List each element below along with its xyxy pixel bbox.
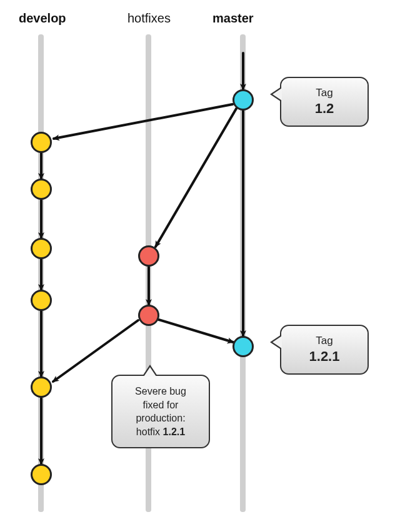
commit-node bbox=[31, 132, 52, 153]
commit-node bbox=[232, 89, 254, 111]
callout-tag-1-2-1: Tag 1.2.1 bbox=[280, 325, 369, 375]
commit-node bbox=[232, 336, 254, 357]
commit-node bbox=[138, 245, 159, 267]
tag-value: 1.2.1 bbox=[292, 348, 356, 365]
commit-node bbox=[31, 238, 52, 259]
tag-value: 1.2 bbox=[292, 101, 356, 117]
branch-label-develop: develop bbox=[19, 11, 66, 26]
commit-node bbox=[31, 179, 52, 200]
commit-node bbox=[31, 464, 52, 485]
svg-line-10 bbox=[159, 320, 233, 342]
tag-label: Tag bbox=[292, 335, 356, 347]
svg-line-1 bbox=[54, 104, 232, 139]
note-text: Severe bug fixed for production: hotfix … bbox=[124, 385, 198, 438]
svg-line-7 bbox=[156, 109, 236, 247]
tag-label: Tag bbox=[292, 87, 356, 99]
commit-node bbox=[31, 377, 52, 398]
callout-tag-1-2: Tag 1.2 bbox=[280, 77, 369, 127]
branch-label-master: master bbox=[212, 11, 254, 26]
svg-line-11 bbox=[53, 320, 138, 382]
lane-develop bbox=[38, 34, 44, 512]
commit-node bbox=[31, 290, 52, 311]
branch-label-hotfixes: hotfixes bbox=[128, 11, 171, 26]
callout-hotfix-note: Severe bug fixed for production: hotfix … bbox=[111, 375, 210, 448]
commit-node bbox=[138, 305, 159, 326]
